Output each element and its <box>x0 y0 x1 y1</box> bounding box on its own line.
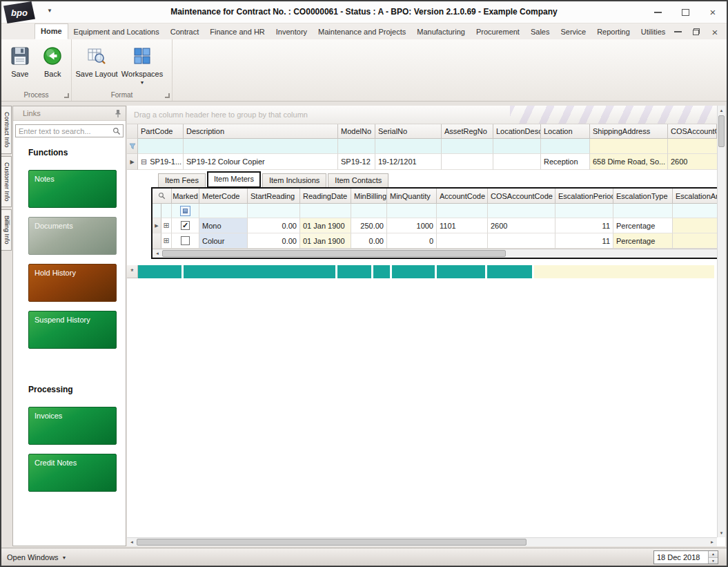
subgrid-horizontal-scrollbar[interactable]: ◄ ► <box>153 249 717 258</box>
new-row-cell-assetregno[interactable] <box>437 265 485 278</box>
column-header-cosaccountcode[interactable]: COSAccountCode <box>668 124 717 139</box>
ribbon-tab-manufacturing[interactable]: Manufacturing <box>411 25 471 39</box>
ribbon-tab-sales[interactable]: Sales <box>525 25 555 39</box>
mdi-close-button[interactable]: × <box>710 27 720 37</box>
cell-minbilling[interactable]: 250.00 <box>351 218 387 233</box>
cell-startreading[interactable]: 0.00 <box>248 218 300 233</box>
cell-serialno[interactable]: 19-12/1201 <box>375 154 442 170</box>
subgrid-filter-cosaccountcode[interactable] <box>488 204 555 218</box>
subgrid-filter-metercode[interactable] <box>199 204 248 218</box>
cell-readingdate[interactable]: 01 Jan 1900 <box>300 218 351 233</box>
grid-data-row[interactable]: ▶ ⊟ SP19-1... SP19-12 Colour Copier SP19… <box>127 154 717 170</box>
cell-escalationperiod[interactable]: 11 <box>555 218 613 233</box>
subgrid-scroll-thumb[interactable] <box>162 250 506 257</box>
invoices-button[interactable]: Invoices <box>28 407 117 445</box>
detail-tab-item-fees[interactable]: Item Fees <box>158 173 206 187</box>
cell-minquantity[interactable]: 1000 <box>387 218 437 233</box>
cell-metercode[interactable]: Mono <box>199 218 248 233</box>
column-header-locationdesc[interactable]: LocationDesc <box>493 124 541 139</box>
cell-marked[interactable]: ✓ <box>172 218 199 233</box>
hold-history-button[interactable]: Hold History <box>28 264 117 302</box>
scroll-right-icon[interactable]: ► <box>707 538 717 546</box>
new-row-cell-serialno-a[interactable] <box>373 265 390 278</box>
column-header-location[interactable]: Location <box>541 124 590 139</box>
ribbon-tab-home[interactable]: Home <box>35 23 68 39</box>
cell-accountcode[interactable] <box>437 233 488 249</box>
ribbon-tab-finance-and-hr[interactable]: Finance and HR <box>204 25 270 39</box>
subgrid-filter-readingdate[interactable] <box>300 204 351 218</box>
cell-cosaccountcode[interactable]: 2600 <box>488 218 555 233</box>
cell-minbilling[interactable]: 0.00 <box>351 233 387 249</box>
ribbon-tab-procurement[interactable]: Procurement <box>471 25 525 39</box>
format-dialog-launcher-icon[interactable] <box>165 93 170 98</box>
mdi-minimize-button[interactable] <box>673 27 682 37</box>
marked-checkbox[interactable] <box>181 236 190 245</box>
cell-escalationperiod[interactable]: 11 <box>555 233 613 249</box>
workspaces-dropdown-icon[interactable]: ▼ <box>140 81 145 84</box>
subcolumn-header-escalationtype[interactable]: EscalationType <box>613 189 673 204</box>
column-header-assetregno[interactable]: AssetRegNo <box>442 124 493 139</box>
mdi-restore-button[interactable] <box>691 27 701 37</box>
filter-cell-serialno[interactable] <box>375 139 442 154</box>
filter-cell-locationdesc[interactable] <box>493 139 541 154</box>
side-tab-customer-info[interactable]: Customer Info <box>1 156 12 208</box>
cell-escalationamount[interactable] <box>673 218 717 233</box>
ribbon-tab-maintenance-and-projects[interactable]: Maintenance and Projects <box>313 25 411 39</box>
filter-cell-partcode[interactable] <box>138 139 184 154</box>
subgrid-scroll-right-icon[interactable]: ► <box>715 249 717 258</box>
side-tab-contract-info[interactable]: Contract Info <box>1 106 12 154</box>
cell-escalationtype[interactable]: Percentage <box>613 218 673 233</box>
minimize-button[interactable] <box>649 6 666 19</box>
subgrid-filter-marked[interactable] <box>172 204 199 218</box>
cell-partcode[interactable]: ⊟ SP19-1... <box>138 154 184 170</box>
column-header-modelno[interactable]: ModelNo <box>338 124 375 139</box>
date-input[interactable] <box>654 551 708 564</box>
column-header-description[interactable]: Description <box>184 124 338 139</box>
cell-escalationamount[interactable] <box>673 233 717 249</box>
date-spin-up-icon[interactable]: ▲ <box>709 551 718 557</box>
cell-metercode[interactable]: Colour <box>199 233 248 249</box>
subgrid-filter-escalationperiod[interactable] <box>555 204 613 218</box>
cell-readingdate[interactable]: 01 Jan 1900 <box>300 233 351 249</box>
subgrid-filter-escalationamount[interactable] <box>673 204 717 218</box>
filter-cell-cosaccountcode[interactable] <box>668 139 717 154</box>
column-header-serialno[interactable]: SerialNo <box>375 124 442 139</box>
ribbon-tab-contract[interactable]: Contract <box>165 25 205 39</box>
filter-cell-description[interactable] <box>184 139 338 154</box>
cell-assetregno[interactable] <box>442 154 493 170</box>
credit-notes-button[interactable]: Credit Notes <box>28 454 117 492</box>
subcolumn-header-minquantity[interactable]: MinQuantity <box>387 189 437 204</box>
ribbon-tab-service[interactable]: Service <box>555 25 591 39</box>
cell-marked[interactable] <box>172 233 199 249</box>
subgrid-filter-startreading[interactable] <box>248 204 300 218</box>
new-record-row[interactable]: * <box>127 265 717 278</box>
ribbon-tab-inventory[interactable]: Inventory <box>270 25 313 39</box>
ribbon-tab-utilities[interactable]: Utilities <box>636 25 671 39</box>
search-icon[interactable] <box>112 127 121 135</box>
scroll-up-icon[interactable]: ▲ <box>718 106 725 115</box>
subgrid-filter-escalationtype[interactable] <box>613 204 673 218</box>
links-search-input[interactable] <box>16 127 112 135</box>
subrow-expand-cell[interactable]: ⊞ <box>161 218 172 233</box>
subcolumn-header-escalationamount[interactable]: EscalationAmount <box>673 189 717 204</box>
cell-startreading[interactable]: 0.00 <box>248 233 300 249</box>
notes-button[interactable]: Notes <box>28 170 117 208</box>
cell-location[interactable]: Reception <box>541 154 590 170</box>
subgrid-filter-minquantity[interactable] <box>387 204 437 218</box>
close-button[interactable]: × <box>705 6 721 19</box>
cell-shippingaddress[interactable]: 658 Dime Road, So... <box>590 154 668 170</box>
new-row-cell-shipping-cos[interactable] <box>534 265 714 278</box>
suspend-history-button[interactable]: Suspend History <box>28 311 117 349</box>
horizontal-scroll-thumb[interactable] <box>137 539 527 546</box>
subgrid-filter-accountcode[interactable] <box>437 204 488 218</box>
save-layout-button[interactable]: Save Layout <box>74 44 119 78</box>
scroll-down-icon[interactable]: ▼ <box>718 528 725 537</box>
subgrid-filter-minbilling[interactable] <box>351 204 387 218</box>
cell-minquantity[interactable]: 0 <box>387 233 437 249</box>
documents-button[interactable]: Documents <box>28 217 117 255</box>
collapse-detail-icon[interactable]: ⊟ <box>141 158 147 166</box>
cell-cosaccountcode[interactable]: 2600 <box>668 154 717 170</box>
subcolumn-header-metercode[interactable]: MeterCode <box>199 189 248 204</box>
subrow-expand-cell[interactable]: ⊞ <box>161 233 172 249</box>
detail-tab-item-contacts[interactable]: Item Contacts <box>328 173 388 187</box>
